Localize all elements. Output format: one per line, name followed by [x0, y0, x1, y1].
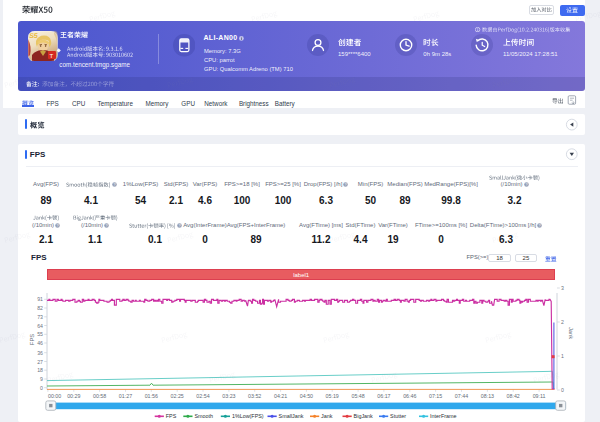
svg-text:08:42: 08:42 — [507, 393, 520, 399]
svg-text:06:17: 06:17 — [377, 393, 390, 399]
svg-text:03:23: 03:23 — [222, 393, 235, 399]
svg-text:91: 91 — [37, 296, 43, 302]
svg-text:00:00: 00:00 — [48, 393, 61, 399]
svg-text:BigJank: BigJank — [354, 413, 373, 419]
svg-text:1: 1 — [561, 353, 564, 359]
svg-text:64: 64 — [37, 323, 43, 329]
svg-text:SmallJank: SmallJank — [279, 413, 304, 419]
svg-text:FPS: FPS — [29, 334, 35, 345]
svg-text:18: 18 — [37, 367, 43, 373]
svg-text:Stutter: Stutter — [390, 413, 406, 419]
svg-text:36: 36 — [37, 350, 43, 356]
svg-text:Jank: Jank — [321, 413, 333, 419]
svg-text:02:25: 02:25 — [171, 393, 184, 399]
svg-text:04:21: 04:21 — [274, 393, 287, 399]
svg-text:3: 3 — [561, 285, 564, 291]
svg-text:05:19: 05:19 — [326, 393, 339, 399]
svg-text:06:46: 06:46 — [403, 393, 416, 399]
svg-text:0: 0 — [561, 387, 564, 393]
svg-text:73: 73 — [37, 314, 43, 320]
svg-text:9: 9 — [40, 376, 43, 382]
svg-text:Smooth: Smooth — [194, 413, 213, 419]
svg-text:FPS: FPS — [166, 413, 177, 419]
svg-text:01:56: 01:56 — [145, 393, 158, 399]
svg-text:07:44: 07:44 — [455, 393, 468, 399]
svg-text:01:27: 01:27 — [119, 393, 132, 399]
svg-text:27: 27 — [37, 359, 43, 365]
svg-text:08:13: 08:13 — [481, 393, 494, 399]
svg-text:07:15: 07:15 — [429, 393, 442, 399]
svg-text:04:50: 04:50 — [300, 393, 313, 399]
svg-text:55: 55 — [37, 331, 43, 337]
svg-text:09:11: 09:11 — [533, 393, 546, 399]
svg-text:1%Low(FPS): 1%Low(FPS) — [232, 413, 264, 419]
svg-text:0: 0 — [40, 385, 43, 391]
svg-text:03:52: 03:52 — [248, 393, 261, 399]
svg-text:2: 2 — [561, 319, 564, 325]
svg-text:05:48: 05:48 — [351, 393, 364, 399]
svg-text:Jank: Jank — [568, 327, 574, 339]
svg-text:46: 46 — [37, 340, 43, 346]
svg-text:InterFrame: InterFrame — [430, 413, 456, 419]
svg-text:00:58: 00:58 — [93, 393, 106, 399]
svg-text:00:29: 00:29 — [67, 393, 80, 399]
svg-text:02:54: 02:54 — [196, 393, 209, 399]
svg-text:82: 82 — [37, 305, 43, 311]
